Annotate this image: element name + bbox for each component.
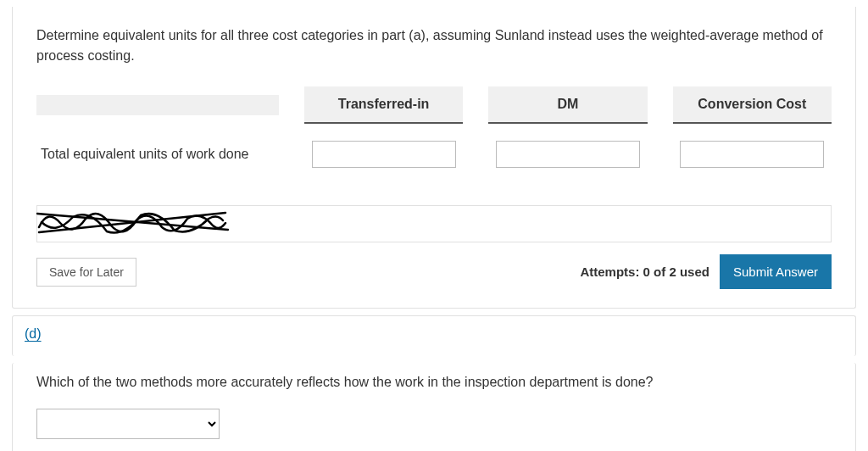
attempts-text: Attempts: 0 of 2 used [580, 264, 709, 279]
question-d-prompt: Which of the two methods more accurately… [36, 375, 832, 390]
question-prompt: Determine equivalent units for all three… [36, 25, 832, 66]
input-conversion[interactable] [680, 141, 824, 168]
table-header-blank [36, 95, 279, 115]
redacted-row [36, 205, 832, 242]
section-d-header: (d) [12, 315, 856, 356]
attempts-area: Attempts: 0 of 2 used Submit Answer [580, 254, 832, 289]
submit-answer-button[interactable]: Submit Answer [720, 254, 832, 289]
method-select[interactable] [36, 409, 220, 439]
input-transferred-in[interactable] [312, 141, 456, 168]
col-header-transferred-in: Transferred-in [304, 86, 463, 124]
row-label: Total equivalent units of work done [36, 147, 279, 162]
scribble-icon [35, 202, 238, 244]
col-header-conversion: Conversion Cost [673, 86, 832, 124]
col-header-dm: DM [488, 86, 647, 124]
table-header-row: Transferred-in DM Conversion Cost [36, 86, 832, 124]
table-data-row: Total equivalent units of work done [36, 129, 832, 180]
input-dm[interactable] [496, 141, 640, 168]
section-d-label[interactable]: (d) [25, 326, 42, 346]
footer-row: Save for Later Attempts: 0 of 2 used Sub… [36, 254, 832, 289]
question-d-card: Which of the two methods more accurately… [12, 363, 856, 451]
save-for-later-button[interactable]: Save for Later [36, 258, 136, 287]
question-c-card: Determine equivalent units for all three… [12, 7, 856, 309]
